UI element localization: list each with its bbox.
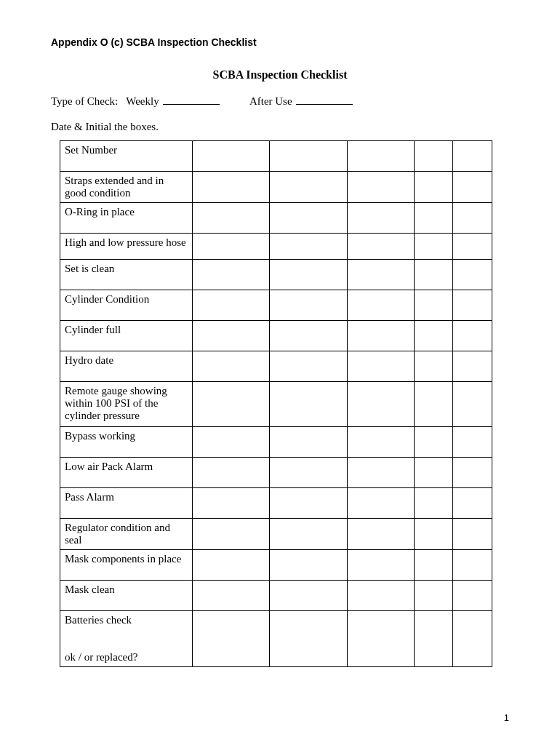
checkbox-cell[interactable] — [347, 172, 414, 203]
checkbox-cell[interactable] — [192, 611, 270, 667]
checkbox-cell[interactable] — [192, 427, 270, 458]
checkbox-cell[interactable] — [192, 203, 270, 234]
row-label: Mask clean — [60, 581, 193, 611]
row-label: Straps extended and in good condition — [60, 172, 193, 203]
checkbox-cell[interactable] — [453, 260, 492, 290]
checkbox-cell[interactable] — [453, 172, 492, 203]
checkbox-cell[interactable] — [270, 234, 348, 260]
checkbox-cell[interactable] — [414, 234, 453, 260]
checkbox-cell[interactable] — [270, 203, 348, 234]
checkbox-cell[interactable] — [453, 321, 492, 351]
checkbox-cell[interactable] — [192, 519, 270, 550]
checkbox-cell[interactable] — [270, 458, 348, 488]
checkbox-cell[interactable] — [347, 351, 414, 382]
checkbox-cell[interactable] — [414, 581, 453, 611]
checkbox-cell[interactable] — [347, 234, 414, 260]
checkbox-cell[interactable] — [453, 519, 492, 550]
checkbox-cell[interactable] — [270, 611, 348, 667]
checkbox-cell[interactable] — [347, 581, 414, 611]
checkbox-cell[interactable] — [453, 458, 492, 488]
checkbox-cell[interactable] — [414, 550, 453, 581]
checkbox-cell[interactable] — [192, 141, 270, 172]
checkbox-cell[interactable] — [192, 488, 270, 519]
table-row: Mask components in place — [60, 550, 492, 581]
checkbox-cell[interactable] — [347, 141, 414, 172]
checkbox-cell[interactable] — [453, 581, 492, 611]
checkbox-cell[interactable] — [192, 351, 270, 382]
checkbox-cell[interactable] — [270, 382, 348, 427]
checkbox-cell[interactable] — [192, 172, 270, 203]
checkbox-cell[interactable] — [192, 260, 270, 290]
checkbox-cell[interactable] — [414, 427, 453, 458]
checkbox-cell[interactable] — [270, 321, 348, 351]
checkbox-cell[interactable] — [414, 203, 453, 234]
checkbox-cell[interactable] — [347, 382, 414, 427]
after-use-blank[interactable] — [296, 95, 353, 105]
row-label: Hydro date — [60, 351, 193, 382]
row-label: Set Number — [60, 141, 193, 172]
table-row: Cylinder Condition — [60, 290, 492, 321]
checkbox-cell[interactable] — [414, 290, 453, 321]
checkbox-cell[interactable] — [347, 290, 414, 321]
checkbox-cell[interactable] — [347, 519, 414, 550]
checkbox-cell[interactable] — [453, 351, 492, 382]
checkbox-cell[interactable] — [414, 321, 453, 351]
checkbox-cell[interactable] — [270, 260, 348, 290]
checkbox-cell[interactable] — [453, 203, 492, 234]
checkbox-cell[interactable] — [347, 203, 414, 234]
appendix-header: Appendix O (c) SCBA Inspection Checklist — [51, 36, 509, 48]
table-row: Set Number — [60, 141, 492, 172]
row-label: O-Ring in place — [60, 203, 193, 234]
checkbox-cell[interactable] — [414, 519, 453, 550]
checklist-table: Set NumberStraps extended and in good co… — [60, 140, 492, 667]
type-prefix: Type of Check: — [51, 95, 118, 107]
checkbox-cell[interactable] — [347, 458, 414, 488]
checkbox-cell[interactable] — [270, 550, 348, 581]
checkbox-cell[interactable] — [453, 427, 492, 458]
checkbox-cell[interactable] — [347, 427, 414, 458]
row-label: Bypass working — [60, 427, 193, 458]
checkbox-cell[interactable] — [453, 234, 492, 260]
checkbox-cell[interactable] — [453, 141, 492, 172]
checkbox-cell[interactable] — [414, 141, 453, 172]
checkbox-cell[interactable] — [347, 488, 414, 519]
page-number: 1 — [504, 712, 509, 723]
weekly-blank[interactable] — [163, 95, 220, 105]
checkbox-cell[interactable] — [453, 611, 492, 667]
checkbox-cell[interactable] — [270, 290, 348, 321]
table-row: Mask clean — [60, 581, 492, 611]
table-row: Remote gauge showing within 100 PSI of t… — [60, 382, 492, 427]
checkbox-cell[interactable] — [270, 488, 348, 519]
table-row: Regulator condition and seal — [60, 519, 492, 550]
checkbox-cell[interactable] — [414, 458, 453, 488]
checkbox-cell[interactable] — [453, 290, 492, 321]
checkbox-cell[interactable] — [453, 550, 492, 581]
checkbox-cell[interactable] — [270, 581, 348, 611]
checkbox-cell[interactable] — [192, 321, 270, 351]
checkbox-cell[interactable] — [414, 488, 453, 519]
checkbox-cell[interactable] — [347, 611, 414, 667]
checkbox-cell[interactable] — [414, 351, 453, 382]
checkbox-cell[interactable] — [347, 550, 414, 581]
checkbox-cell[interactable] — [192, 550, 270, 581]
checkbox-cell[interactable] — [270, 141, 348, 172]
checkbox-cell[interactable] — [270, 351, 348, 382]
checkbox-cell[interactable] — [414, 611, 453, 667]
checkbox-cell[interactable] — [270, 519, 348, 550]
checkbox-cell[interactable] — [192, 290, 270, 321]
checkbox-cell[interactable] — [453, 488, 492, 519]
checkbox-cell[interactable] — [270, 427, 348, 458]
checkbox-cell[interactable] — [414, 260, 453, 290]
checkbox-cell[interactable] — [192, 458, 270, 488]
checkbox-cell[interactable] — [192, 234, 270, 260]
checkbox-cell[interactable] — [347, 321, 414, 351]
row-label: Low air Pack Alarm — [60, 458, 193, 488]
checkbox-cell[interactable] — [192, 581, 270, 611]
checkbox-cell[interactable] — [192, 382, 270, 427]
checkbox-cell[interactable] — [414, 172, 453, 203]
row-label: Set is clean — [60, 260, 193, 290]
checkbox-cell[interactable] — [270, 172, 348, 203]
checkbox-cell[interactable] — [414, 382, 453, 427]
checkbox-cell[interactable] — [453, 382, 492, 427]
checkbox-cell[interactable] — [347, 260, 414, 290]
